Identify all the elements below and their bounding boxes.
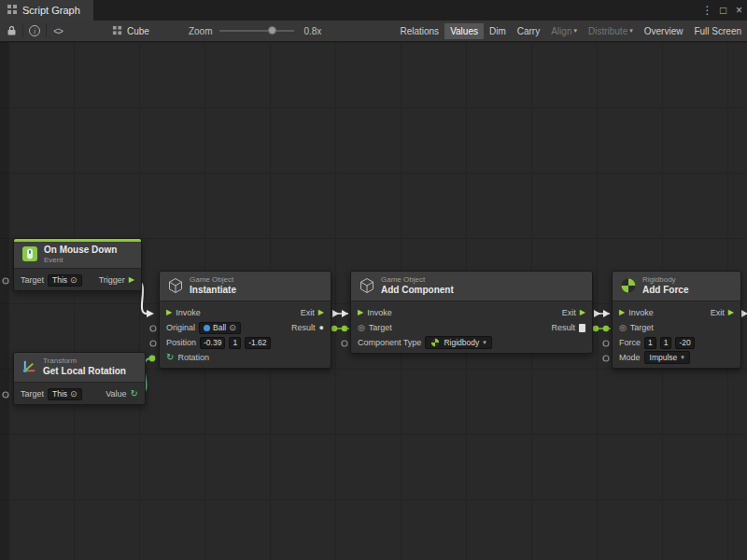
target-chip[interactable]: This ⊙ [48,388,82,400]
exit-label: Exit [301,308,315,317]
invoke-label: Invoke [367,308,392,317]
full-screen-button[interactable]: Full Screen [688,23,747,39]
game-object-cube-icon [167,277,184,296]
trigger-port[interactable]: ▶ [129,276,134,284]
node-category: Transform [43,357,126,366]
result-label: Result [551,323,575,332]
values-button[interactable]: Values [444,23,484,39]
info-icon-glyph: i [29,25,40,36]
node-body: ▶ Invoke Exit ▶ ◎ Target Result Componen… [351,301,592,353]
invoke-port[interactable]: ▶ [358,309,363,316]
force-x-field[interactable]: 1 [644,337,656,349]
rotation-row: ↻ Rotation [160,350,331,365]
component-type-label: Component Type [358,338,421,347]
info-icon[interactable]: i [23,21,46,41]
dropdown-caret-icon: ▾ [629,27,633,35]
node-instantiate[interactable]: Game Object Instantiate ▶ Invoke Exit ▶ … [159,271,331,369]
invoke-port[interactable]: ▶ [166,309,172,316]
target-row: ◎ Target [613,320,740,335]
code-view-icon[interactable]: <> [47,21,69,41]
node-title: Add Component [381,285,454,297]
tab-script-graph[interactable]: Script Graph [0,0,93,21]
node-body: Target This ⊙ Trigger ▶ [14,269,141,290]
window-menu-icon[interactable]: ⋮ [699,0,715,21]
rotation-value-port[interactable]: ↻ [131,389,138,399]
script-graph-window: Script Graph ⋮ □ × i <> [0,0,747,560]
node-on-mouse-down[interactable]: On Mouse Down Event Target This ⊙ Trigge… [13,238,142,291]
original-label: Original [166,323,195,332]
object-picker-icon[interactable]: ⊙ [229,324,236,332]
component-type-row: Component Type Rigidbody ▾ [351,335,592,350]
force-y-field[interactable]: 1 [660,337,672,349]
mode-label: Mode [619,353,641,362]
target-port-icon[interactable]: ◎ [358,324,365,332]
position-z-field[interactable]: -1.62 [245,337,270,349]
node-header-text: Game Object Instantiate [190,275,236,297]
zoom-slider[interactable] [219,24,294,37]
target-port-icon[interactable]: ◎ [619,324,627,332]
object-picker-icon[interactable]: ⊙ [70,276,78,285]
node-header[interactable]: Game Object Add Component [351,272,592,301]
position-row: Position -0.39 1 -1.62 [160,335,331,350]
invoke-port[interactable]: ▶ [619,309,625,316]
graph-asset-icon [112,25,122,37]
relations-button[interactable]: Relations [394,23,444,39]
maximize-icon[interactable]: □ [715,0,731,21]
target-row: ◎ Target Result [351,320,592,335]
trigger-label: Trigger [99,275,125,285]
carry-button[interactable]: Carry [512,23,545,39]
result-port[interactable]: ● [319,324,324,332]
exit-port[interactable]: ▶ [580,309,585,316]
overview-button[interactable]: Overview [639,23,689,39]
node-header-text: On Mouse Down Event [44,245,117,266]
position-x-field[interactable]: -0.39 [200,337,225,349]
exit-label: Exit [711,308,725,317]
node-body: ▶ Invoke Exit ▶ Original Ball ⊙ Result ●… [160,301,331,368]
node-header[interactable]: Transform Get Local Rotation [14,353,145,383]
dim-button[interactable]: Dim [484,23,512,39]
component-type-dropdown[interactable]: Rigidbody ▾ [425,336,491,349]
lock-icon[interactable] [0,21,22,41]
node-title: Add Force [642,285,688,297]
node-header[interactable]: On Mouse Down Event [14,242,141,269]
force-mode-dropdown[interactable]: Impulse ▾ [644,351,690,364]
ball-icon [204,325,210,331]
node-add-force[interactable]: Rigidbody Add Force ▶ Invoke Exit ▶ ◎ Ta… [612,271,741,369]
force-z-field[interactable]: -20 [675,337,694,349]
zoom-value: 0.8x [303,26,321,36]
flow-row: ▶ Invoke Exit ▶ [160,305,331,320]
target-label: Target [21,275,44,285]
exit-port[interactable]: ▶ [728,309,734,316]
rotation-port[interactable]: ↻ [166,353,174,362]
distribute-button[interactable]: Distribute ▾ [583,23,639,39]
zoom-slider-knob[interactable] [268,26,276,35]
target-label: Target [21,389,44,399]
node-header[interactable]: Rigidbody Add Force [613,272,740,301]
graph-name: Cube [127,26,149,36]
node-header[interactable]: Game Object Instantiate [160,272,331,301]
node-body: Target This ⊙ Value ↻ [14,383,145,404]
position-y-field[interactable]: 1 [229,337,241,349]
node-add-component[interactable]: Game Object Add Component ▶ Invoke Exit … [350,271,593,354]
target-chip[interactable]: This ⊙ [48,274,82,287]
toolbar-buttons: Relations Values Dim Carry Align ▾ Distr… [394,21,747,41]
game-object-cube-icon [359,277,375,296]
titlebar: Script Graph ⋮ □ × [0,0,747,21]
graph-reference[interactable]: Cube [112,25,149,37]
object-picker-icon[interactable]: ⊙ [70,390,78,399]
exit-port[interactable]: ▶ [318,309,324,316]
flow-row: ▶ Invoke Exit ▶ [351,305,592,320]
original-chip[interactable]: Ball ⊙ [199,322,241,334]
target-label: Target [630,323,654,332]
component-result-icon[interactable] [579,324,585,332]
node-get-local-rotation[interactable]: Transform Get Local Rotation Target This… [13,352,146,405]
original-row: Original Ball ⊙ Result ● [160,320,331,335]
dropdown-caret-icon: ▾ [681,354,684,361]
rigidbody-icon [430,338,440,347]
close-icon[interactable]: × [731,0,747,21]
node-title: Get Local Rotation [43,366,126,378]
align-button[interactable]: Align ▾ [545,23,583,39]
graph-toolbar: i <> Cube Zoom 0.8x Relations [0,21,747,42]
dropdown-caret-icon: ▾ [573,27,577,35]
rotation-label: Rotation [177,353,209,362]
